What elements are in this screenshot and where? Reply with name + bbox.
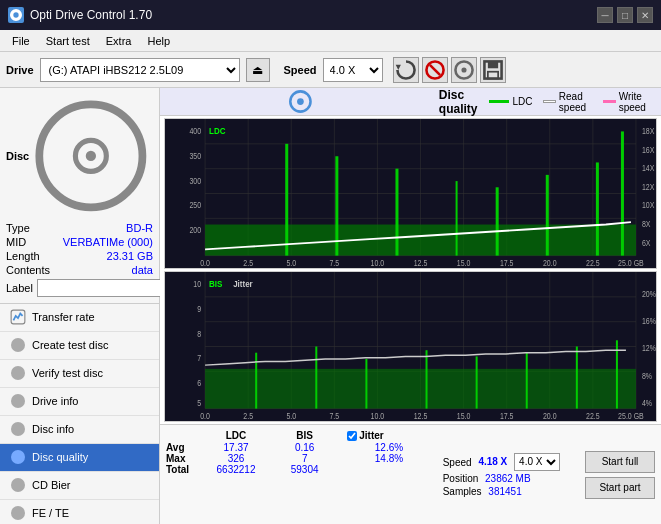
svg-text:5.0: 5.0 [286, 411, 296, 421]
eject-button[interactable]: ⏏ [246, 58, 270, 82]
cd-bier-icon [10, 477, 26, 493]
avg-ldc: 17.37 [196, 442, 276, 453]
charts-area: 400 350 300 250 200 18X 16X 14X 12X 10X … [160, 116, 661, 424]
sidebar: Disc Type BD-R MID VERBATIMe (000) Lengt… [0, 88, 160, 524]
type-label: Type [6, 222, 30, 234]
bis-chart: 10 9 8 7 6 5 20% 16% 12% 8% 4% 0.0 2.5 5… [164, 271, 657, 422]
mid-label: MID [6, 236, 26, 248]
legend-read-label: Read speed [559, 91, 593, 113]
svg-text:200: 200 [189, 226, 201, 236]
svg-text:0.0: 0.0 [200, 411, 210, 421]
svg-text:20%: 20% [642, 289, 656, 299]
menu-starttest[interactable]: Start test [38, 33, 98, 49]
disc-mid-row: MID VERBATIMe (000) [6, 236, 153, 248]
maximize-button[interactable]: □ [617, 7, 633, 23]
svg-text:6X: 6X [642, 238, 651, 248]
bis-col-header: BIS [276, 429, 333, 442]
drive-select[interactable]: (G:) ATAPI iHBS212 2.5L09 [40, 58, 240, 82]
sidebar-item-fe-te[interactable]: FE / TE [0, 500, 159, 524]
sidebar-item-drive-info[interactable]: Drive info [0, 388, 159, 416]
legend-write: Write speed [603, 91, 653, 113]
drivebar: Drive (G:) ATAPI iHBS212 2.5L09 ⏏ Speed … [0, 52, 661, 88]
length-label: Length [6, 250, 40, 262]
position-label: Position [443, 473, 479, 484]
max-jitter: 14.8% [343, 453, 434, 464]
stop-button[interactable] [422, 57, 448, 83]
avg-row: Avg 17.37 0.16 12.6% [166, 442, 435, 453]
svg-point-1 [13, 12, 18, 17]
disc-quality-icon-header [168, 88, 433, 115]
close-button[interactable]: ✕ [637, 7, 653, 23]
disc-button[interactable] [451, 57, 477, 83]
max-bis: 7 [276, 453, 333, 464]
svg-rect-109 [426, 350, 428, 408]
svg-text:20.0: 20.0 [543, 258, 557, 268]
create-test-disc-icon [10, 337, 26, 353]
disc-length-row: Length 23.31 GB [6, 250, 153, 262]
menu-file[interactable]: File [4, 33, 38, 49]
sidebar-item-verify-test-disc[interactable]: Verify test disc [0, 360, 159, 388]
speed-label: Speed [284, 64, 317, 76]
disc-title: Disc [6, 150, 29, 162]
jitter-col-header: Jitter [343, 429, 434, 442]
sidebar-item-transfer-rate[interactable]: Transfer rate [0, 304, 159, 332]
menubar: File Start test Extra Help [0, 30, 661, 52]
svg-text:25.0 GB: 25.0 GB [618, 411, 644, 421]
speed-select[interactable]: 4.0 X 1.0 X 2.0 X 6.0 X 8.0 X [323, 58, 383, 82]
save-button[interactable] [480, 57, 506, 83]
sidebar-item-create-test-disc-label: Create test disc [32, 339, 108, 351]
drive-label: Drive [6, 64, 34, 76]
svg-text:7.5: 7.5 [329, 411, 339, 421]
stats-table-section: LDC BIS Jitter [166, 429, 435, 520]
svg-text:14X: 14X [642, 163, 655, 173]
jitter-checkbox[interactable] [347, 431, 357, 441]
svg-text:25.0 GB: 25.0 GB [618, 258, 644, 268]
svg-text:8: 8 [197, 329, 201, 339]
svg-rect-105 [205, 369, 636, 409]
main-area: Disc Type BD-R MID VERBATIMe (000) Lengt… [0, 88, 661, 524]
svg-text:8%: 8% [642, 371, 652, 381]
length-value: 23.31 GB [107, 250, 153, 262]
ldc-col-header: LDC [196, 429, 276, 442]
action-buttons: Start full Start part [585, 429, 655, 520]
drive-info-icon [10, 393, 26, 409]
ldc-color-swatch [489, 100, 509, 103]
avg-bis: 0.16 [276, 442, 333, 453]
disc-panel: Disc Type BD-R MID VERBATIMe (000) Lengt… [0, 88, 159, 304]
svg-text:22.5: 22.5 [586, 258, 600, 268]
minimize-button[interactable]: ─ [597, 7, 613, 23]
samples-row: Samples 381451 [443, 486, 577, 497]
svg-rect-60 [456, 181, 458, 256]
disc-info-icon [10, 421, 26, 437]
sidebar-item-drive-info-label: Drive info [32, 395, 78, 407]
label-input[interactable] [37, 279, 170, 297]
svg-text:22.5: 22.5 [586, 411, 600, 421]
transfer-rate-icon [10, 309, 26, 325]
svg-point-6 [461, 67, 466, 72]
max-row: Max 326 7 14.8% [166, 453, 435, 464]
svg-text:10.0: 10.0 [371, 258, 385, 268]
speed-stat-select[interactable]: 4.0 X [514, 453, 560, 471]
start-part-button[interactable]: Start part [585, 477, 655, 499]
menu-extra[interactable]: Extra [98, 33, 140, 49]
sidebar-item-disc-info[interactable]: Disc info [0, 416, 159, 444]
sidebar-item-disc-quality[interactable]: Disc quality [0, 444, 159, 472]
start-full-button[interactable]: Start full [585, 451, 655, 473]
svg-text:10X: 10X [642, 201, 655, 211]
speed-stats-section: Speed 4.18 X 4.0 X Position 23862 MB Sam… [443, 429, 577, 520]
svg-text:12X: 12X [642, 182, 655, 192]
svg-rect-56 [205, 225, 636, 256]
content-area: Disc quality LDC Read speed Write speed [160, 88, 661, 524]
sidebar-item-cd-bier[interactable]: CD Bier [0, 472, 159, 500]
app-title: Opti Drive Control 1.70 [30, 8, 152, 22]
menu-help[interactable]: Help [139, 33, 178, 49]
speed-stat-label: Speed [443, 456, 472, 467]
refresh-button[interactable] [393, 57, 419, 83]
sidebar-item-fe-te-label: FE / TE [32, 507, 69, 519]
svg-rect-57 [285, 144, 288, 256]
avg-jitter: 12.6% [343, 442, 434, 453]
sidebar-item-disc-info-label: Disc info [32, 423, 74, 435]
total-bis: 59304 [276, 464, 333, 475]
sidebar-item-create-test-disc[interactable]: Create test disc [0, 332, 159, 360]
svg-text:6: 6 [197, 379, 201, 389]
